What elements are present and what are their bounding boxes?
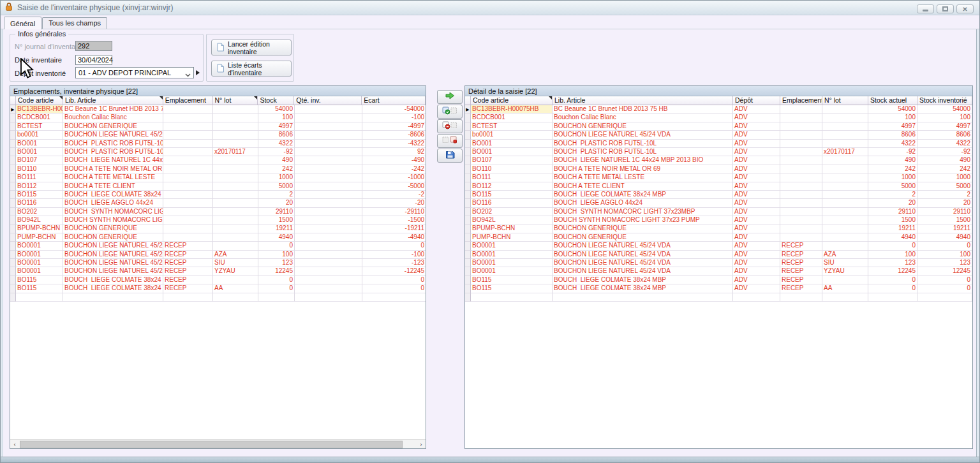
- row-selector[interactable]: [465, 251, 471, 259]
- cell[interactable]: [213, 191, 258, 199]
- cell[interactable]: 54000: [258, 105, 295, 114]
- cell[interactable]: RECEP: [163, 284, 213, 293]
- cell[interactable]: RECEP: [780, 284, 822, 293]
- row-selector[interactable]: [465, 165, 471, 173]
- cell[interactable]: YZYAU: [213, 267, 258, 276]
- cell[interactable]: ADV: [733, 276, 780, 284]
- lancer-edition-button[interactable]: Lancer édition inventaire: [211, 40, 292, 55]
- cell[interactable]: [213, 165, 258, 173]
- cell[interactable]: 2: [258, 191, 295, 199]
- cell[interactable]: [163, 105, 213, 114]
- cell[interactable]: BOUCH SYNTH NOMACORC LIGHT 37x23MBP: [63, 208, 163, 216]
- row-selector[interactable]: [465, 284, 471, 293]
- cell[interactable]: -4940: [362, 233, 426, 242]
- row-selector[interactable]: [465, 114, 471, 122]
- cell[interactable]: [295, 140, 362, 148]
- cell[interactable]: BOUCH SYNTH NOMACORC LIGHT 37x23 PUMP: [553, 216, 733, 224]
- cell[interactable]: ADV: [733, 224, 780, 233]
- cell[interactable]: [213, 199, 258, 207]
- cell[interactable]: BOUCHON LIEGE NATUREL 45/24 VDA: [553, 251, 733, 259]
- cell[interactable]: [163, 156, 213, 165]
- cell[interactable]: [295, 251, 362, 259]
- cell[interactable]: ADV: [733, 267, 780, 276]
- cell[interactable]: [780, 293, 822, 302]
- cell[interactable]: 1000: [868, 173, 917, 182]
- row-selector[interactable]: [10, 208, 16, 216]
- cell[interactable]: [780, 140, 822, 148]
- table-row[interactable]: ▶BC13BEBR-H00075HBBC Beaune 1C Brunet HD…: [465, 105, 972, 114]
- cell[interactable]: [822, 208, 868, 216]
- cell[interactable]: [295, 173, 362, 182]
- cell[interactable]: BO202: [471, 208, 553, 216]
- cell[interactable]: -54000: [362, 105, 426, 114]
- row-selector[interactable]: [10, 140, 16, 148]
- depot-detail-arrow-icon[interactable]: [196, 70, 200, 75]
- cell[interactable]: BO112: [16, 182, 63, 191]
- table-row[interactable]: [10, 293, 426, 302]
- cell[interactable]: BOUCHON GENERIQUE: [63, 122, 163, 131]
- row-selector[interactable]: [10, 276, 16, 284]
- table-row[interactable]: BO0001BOUCHON LIEGE NATUREL 45/24 VDAADV…: [465, 251, 972, 259]
- date-field[interactable]: 30/04/2024: [75, 55, 112, 65]
- cell[interactable]: BO0001: [471, 267, 553, 276]
- cell[interactable]: [213, 105, 258, 114]
- cell[interactable]: BO115: [16, 276, 63, 284]
- column-header-qte-inv[interactable]: Qté. inv.: [294, 96, 362, 105]
- cell[interactable]: [780, 105, 822, 114]
- cell[interactable]: ADV: [733, 191, 780, 199]
- cell[interactable]: [258, 293, 295, 302]
- cell[interactable]: 29110: [258, 208, 295, 216]
- cell[interactable]: 242: [917, 165, 972, 173]
- cell[interactable]: [295, 165, 362, 173]
- table-row[interactable]: BO115BOUCH LIEGE COLMATE 38x24 MBPRECEP0…: [10, 276, 426, 284]
- cell[interactable]: [780, 114, 822, 122]
- row-selector[interactable]: [10, 122, 16, 131]
- table-row[interactable]: BO001BOUCH PLASTIC ROB FUT5L-10LADV43224…: [465, 140, 972, 148]
- cell[interactable]: 12245: [917, 267, 972, 276]
- cell[interactable]: -12245: [362, 267, 426, 276]
- row-selector[interactable]: [10, 259, 16, 267]
- cell[interactable]: 0: [258, 276, 295, 284]
- close-button[interactable]: ✕: [956, 4, 974, 13]
- cell[interactable]: 19211: [258, 224, 295, 233]
- cell[interactable]: BO001: [16, 148, 63, 156]
- cell[interactable]: [163, 148, 213, 156]
- cell[interactable]: [213, 276, 258, 284]
- cell[interactable]: ADV: [733, 208, 780, 216]
- table-row[interactable]: BO115BOUCH LIEGE COLMATE 38x24 MBPADVREC…: [465, 276, 972, 284]
- row-selector[interactable]: [10, 293, 16, 302]
- cell[interactable]: BPUMP-BCHN: [16, 224, 63, 233]
- cell[interactable]: 0: [362, 242, 426, 250]
- cell[interactable]: RECEP: [780, 276, 822, 284]
- cell[interactable]: 5000: [868, 182, 917, 191]
- cell[interactable]: [780, 131, 822, 139]
- row-selector[interactable]: [10, 182, 16, 191]
- cell[interactable]: -1500: [362, 216, 426, 224]
- cell[interactable]: [213, 182, 258, 191]
- horizontal-scrollbar[interactable]: ‹ ›: [10, 439, 426, 448]
- cell[interactable]: BO001: [471, 140, 553, 148]
- cell[interactable]: BOUCH PLASTIC ROB FUT5L-10L: [63, 148, 163, 156]
- row-selector[interactable]: [465, 208, 471, 216]
- cell[interactable]: 0: [917, 284, 972, 293]
- cell[interactable]: BOUCH PLASTIC ROB FUT5L-10L: [63, 140, 163, 148]
- cell[interactable]: 4322: [917, 140, 972, 148]
- cell[interactable]: -92: [868, 148, 917, 156]
- cell[interactable]: [213, 208, 258, 216]
- table-row[interactable]: BO0001BOUCHON LIEGE NATUREL 45/24 VDAREC…: [10, 267, 426, 276]
- column-header-depot[interactable]: Dépôt: [733, 96, 780, 105]
- scroll-right-arrow-icon[interactable]: ›: [417, 440, 426, 449]
- cell[interactable]: 29110: [917, 208, 972, 216]
- deselect-all-button[interactable]: [437, 119, 463, 133]
- cell[interactable]: 0: [868, 284, 917, 293]
- cell[interactable]: BOUCHON LIEGE NATUREL 45/24 VDA: [553, 131, 733, 139]
- scrollbar-thumb[interactable]: [20, 441, 403, 448]
- cell[interactable]: BO116: [16, 199, 63, 207]
- cell[interactable]: BO0001: [16, 259, 63, 267]
- table-row[interactable]: BCTESTBOUCHON GENERIQUE4997-4997: [10, 122, 426, 131]
- cell[interactable]: BO001: [471, 148, 553, 156]
- cell[interactable]: BOUCH A TETE NOIR METAL OR 69: [553, 165, 733, 173]
- cell[interactable]: [780, 208, 822, 216]
- row-selector[interactable]: [465, 276, 471, 284]
- table-row[interactable]: bo0001BOUCHON LIEGE NATUREL 45/24 VDA860…: [10, 131, 426, 139]
